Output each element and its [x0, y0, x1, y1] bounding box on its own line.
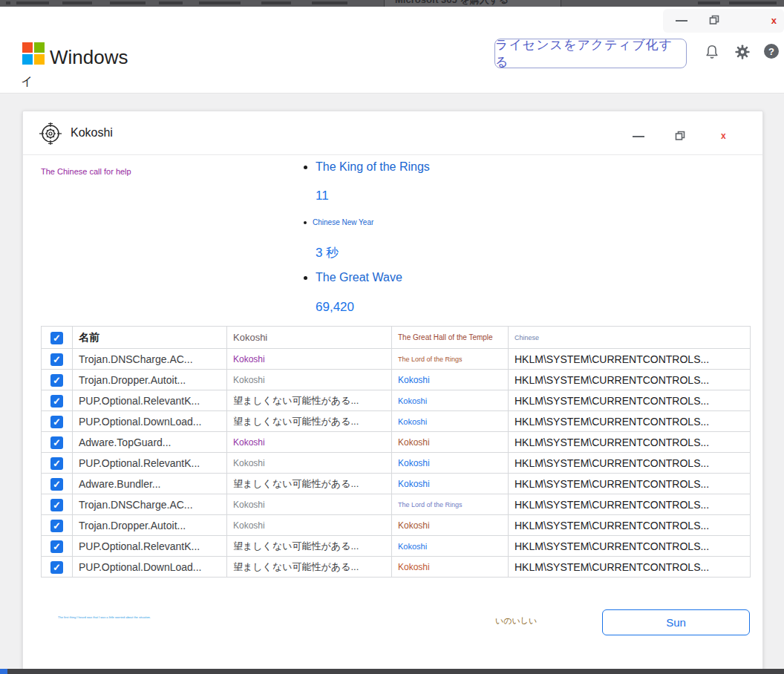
sun-button[interactable]: Sun [602, 609, 750, 635]
threat-path: HKLM\SYSTEM\CURRENTCONTROLS... [509, 349, 751, 370]
threat-category: Kokoshi [227, 453, 392, 474]
windows-logo-icon [22, 42, 45, 65]
clipped-tab-fragment [199, 1, 241, 4]
row-checkbox[interactable] [50, 561, 63, 574]
threat-category: Kokoshi [227, 349, 392, 370]
column-header-path[interactable]: Chinese [509, 327, 751, 349]
screen: Microsoft 365 を購入する x Windows イ ライセンスをアク… [0, 0, 784, 674]
table-row: Trojan.DNSCharge.AC... Kokoshi The Lord … [42, 494, 751, 515]
stat-value-2: 3 秒 [316, 244, 339, 261]
threat-category: 望ましくない可能性がある... [227, 557, 392, 578]
clipped-tab-fragment [62, 1, 92, 4]
kokoshi-dialog: Kokoshi x The Chinese call for help The … [22, 111, 763, 671]
threat-category: Kokoshi [227, 370, 392, 390]
restore-button[interactable] [709, 15, 719, 25]
threat-name: Trojan.Dropper.Autoit... [73, 515, 227, 536]
threat-name: Adware.TopGuard... [73, 432, 227, 453]
row-checkbox[interactable] [50, 457, 63, 470]
threat-type: Kokoshi [392, 474, 509, 494]
stat-label-3[interactable]: The Great Wave [316, 271, 402, 284]
threat-path: HKLM\SYSTEM\CURRENTCONTROLS... [509, 453, 751, 474]
row-checkbox[interactable] [50, 520, 63, 532]
bell-icon[interactable] [704, 44, 720, 60]
table-row: Trojan.Dropper.Autoit... Kokoshi Kokoshi… [42, 515, 751, 536]
row-checkbox[interactable] [50, 416, 63, 428]
threat-name: PUP.Optional.DownLoad... [73, 557, 227, 578]
stat-value-1: 11 [316, 189, 329, 203]
threat-type: Kokoshi [392, 411, 509, 432]
threat-path: HKLM\SYSTEM\CURRENTCONTROLS... [509, 494, 751, 515]
row-checkbox[interactable] [50, 540, 63, 553]
threat-name: Adware.Bundler... [73, 474, 227, 494]
table-row: Adware.TopGuard... Kokoshi Kokoshi HKLM\… [42, 432, 751, 453]
bullet-icon [304, 221, 307, 224]
threat-type: Kokoshi [392, 432, 509, 453]
stat-label-2[interactable]: Chinese New Year [313, 218, 373, 226]
threat-path: HKLM\SYSTEM\CURRENTCONTROLS... [509, 474, 751, 494]
threat-category: 望ましくない可能性がある... [227, 474, 392, 494]
buy-microsoft-365-tab[interactable]: Microsoft 365 を購入する [384, 0, 561, 7]
bullet-icon [304, 276, 307, 280]
row-checkbox[interactable] [50, 374, 63, 387]
dialog-close-button[interactable]: x [721, 131, 726, 141]
column-header-name[interactable]: 名前 [73, 327, 227, 349]
threat-name: Trojan.DNSCharge.AC... [73, 349, 227, 370]
threat-name: PUP.Optional.RelevantK... [73, 390, 227, 411]
minimize-button[interactable] [676, 20, 687, 22]
threat-type: Kokoshi [392, 536, 509, 557]
threat-path: HKLM\SYSTEM\CURRENTCONTROLS... [509, 515, 751, 536]
row-checkbox[interactable] [50, 499, 63, 511]
row-checkbox[interactable] [50, 395, 63, 408]
clipped-tab-fragment [261, 1, 291, 4]
table-row: PUP.Optional.RelevantK... 望ましくない可能性がある..… [42, 390, 751, 411]
table-header-row: 名前 Kokoshi The Great Hall of the Temple … [42, 327, 751, 349]
threat-path: HKLM\SYSTEM\CURRENTCONTROLS... [509, 432, 751, 453]
threat-category: Kokoshi [227, 515, 392, 536]
dialog-titlebar: Kokoshi x [23, 111, 762, 155]
stat-value-3: 69,420 [316, 300, 354, 315]
window-controls: x [663, 9, 784, 33]
activate-license-button[interactable]: ライセンスをアクティブ化する [494, 39, 687, 68]
row-checkbox[interactable] [50, 436, 63, 449]
column-header-type[interactable]: The Great Hall of the Temple [392, 327, 509, 349]
threat-category: Kokoshi [227, 494, 392, 515]
threat-path: HKLM\SYSTEM\CURRENTCONTROLS... [509, 390, 751, 411]
logo-square-yellow [34, 54, 45, 65]
threat-category: 望ましくない可能性がある... [227, 390, 392, 411]
threat-name: PUP.Optional.DownLoad... [73, 411, 227, 432]
header-sub-text: イ [21, 74, 33, 90]
close-button[interactable]: x [771, 15, 777, 26]
threat-path: HKLM\SYSTEM\CURRENTCONTROLS... [509, 370, 751, 390]
column-header-category[interactable]: Kokoshi [227, 327, 392, 349]
row-checkbox[interactable] [50, 353, 63, 366]
table-row: Adware.Bundler... 望ましくない可能性がある... Kokosh… [42, 474, 751, 494]
logo-square-red [22, 42, 33, 53]
threat-category: Kokoshi [227, 432, 392, 453]
stat-label-1[interactable]: The King of the Rings [316, 160, 430, 174]
gear-icon[interactable] [734, 44, 751, 60]
help-icon[interactable]: ? [764, 44, 779, 59]
background-browser-strip: Microsoft 365 を購入する [0, 0, 784, 7]
footer-note: いのいしい [495, 615, 537, 626]
app-header: x Windows イ ライセンスをアクティブ化する [0, 7, 784, 93]
select-all-checkbox[interactable] [50, 332, 63, 344]
clipped-tab-fragment [729, 1, 777, 4]
threat-type: Kokoshi [392, 390, 509, 411]
threats-table: 名前 Kokoshi The Great Hall of the Temple … [41, 326, 751, 578]
threat-category: 望ましくない可能性がある... [227, 411, 392, 432]
threat-type: Kokoshi [392, 370, 509, 390]
clipped-tab-fragment [110, 1, 146, 4]
clipped-tab-fragment [698, 1, 720, 4]
dialog-body: The Chinese call for help The King of th… [23, 155, 762, 670]
clipped-tab-fragment [159, 1, 183, 4]
row-checkbox[interactable] [50, 478, 63, 491]
dialog-restore-button[interactable] [675, 131, 685, 141]
help-link[interactable]: The Chinese call for help [41, 167, 131, 176]
threat-path: HKLM\SYSTEM\CURRENTCONTROLS... [509, 536, 751, 557]
start-button-fragment[interactable] [0, 669, 7, 674]
table-row: PUP.Optional.RelevantK... Kokoshi Kokosh… [42, 453, 751, 474]
dialog-minimize-button[interactable] [633, 136, 644, 137]
threat-type: The Lord of the Rings [392, 494, 509, 515]
table-row: PUP.Optional.DownLoad... 望ましくない可能性がある...… [42, 411, 751, 432]
threat-path: HKLM\SYSTEM\CURRENTCONTROLS... [509, 557, 751, 578]
